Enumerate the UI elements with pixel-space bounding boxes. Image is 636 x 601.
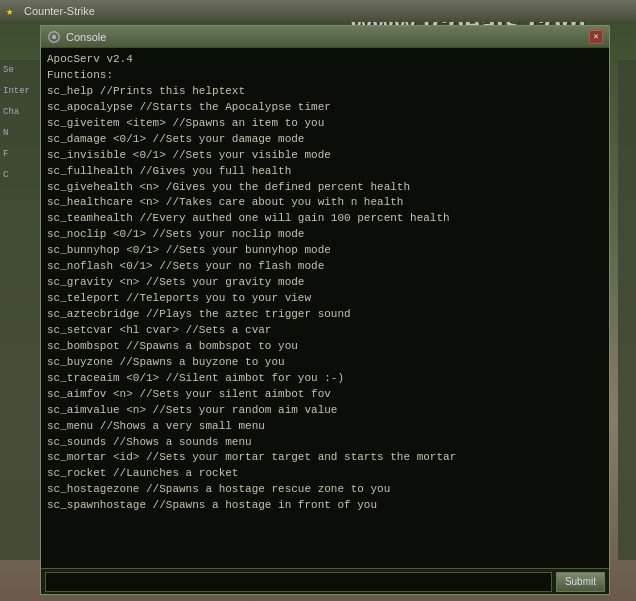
console-line: ApocServ v2.4 (47, 52, 603, 68)
console-line: sc_bunnyhop <0/1> //Sets your bunnyhop m… (47, 243, 603, 259)
console-line: sc_spawnhostage //Spawns a hostage in fr… (47, 498, 603, 514)
console-line: sc_bombspot //Spawns a bombspot to you (47, 339, 603, 355)
cs-icon: ★ (6, 4, 20, 18)
console-line: sc_hostagezone //Spawns a hostage rescue… (47, 482, 603, 498)
console-line: sc_rocket //Launches a rocket (47, 466, 603, 482)
console-line: Functions: (47, 68, 603, 84)
console-title-text: Console (66, 31, 589, 43)
sidebar-label-n: N (3, 128, 8, 138)
console-line: sc_healthcare <n> //Takes care about you… (47, 195, 603, 211)
console-submit-button[interactable]: Submit (556, 572, 605, 592)
console-line: sc_fullhealth //Gives you full health (47, 164, 603, 180)
console-body: ApocServ v2.4Functions:sc_help //Prints … (41, 48, 609, 594)
sidebar-label-inter: Inter (3, 86, 30, 96)
console-text-area[interactable]: ApocServ v2.4Functions:sc_help //Prints … (41, 48, 609, 568)
console-line: sc_gravity <n> //Sets your gravity mode (47, 275, 603, 291)
console-line: sc_menu //Shows a very small menu (47, 419, 603, 435)
console-line: sc_teamhealth //Every authed one will ga… (47, 211, 603, 227)
console-line: sc_aztecbridge //Plays the aztec trigger… (47, 307, 603, 323)
svg-point-1 (52, 34, 56, 38)
right-sidebar (618, 60, 636, 560)
console-line: sc_buyzone //Spawns a buyzone to you (47, 355, 603, 371)
console-window: Console ✕ ApocServ v2.4Functions:sc_help… (40, 25, 610, 595)
console-title-bar: Console ✕ (41, 26, 609, 48)
console-line: sc_givehealth <n> /Gives you the defined… (47, 180, 603, 196)
outer-title-text: Counter-Strike (24, 5, 95, 17)
sidebar-label-se: Se (3, 65, 14, 75)
console-line: sc_aimvalue <n> //Sets your random aim v… (47, 403, 603, 419)
sidebar-label-f: F (3, 149, 8, 159)
outer-title-bar: ★ Counter-Strike (0, 0, 636, 22)
console-line: sc_teleport //Teleports you to your view (47, 291, 603, 307)
console-line: sc_help //Prints this helptext (47, 84, 603, 100)
console-input[interactable] (45, 572, 552, 592)
console-line: sc_sounds //Shows a sounds menu (47, 435, 603, 451)
sidebar-label-c: C (3, 170, 8, 180)
console-line: sc_mortar <id> //Sets your mortar target… (47, 450, 603, 466)
console-line: sc_damage <0/1> //Sets your damage mode (47, 132, 603, 148)
console-line: sc_noflash <0/1> //Sets your no flash mo… (47, 259, 603, 275)
console-line: sc_traceaim <0/1> //Silent aimbot for yo… (47, 371, 603, 387)
console-input-area: Submit (41, 568, 609, 594)
sidebar-label-cha: Cha (3, 107, 19, 117)
steam-icon (47, 30, 61, 44)
console-line: sc_noclip <0/1> //Sets your noclip mode (47, 227, 603, 243)
console-line: sc_giveitem <item> //Spawns an item to y… (47, 116, 603, 132)
console-line: sc_invisible <0/1> //Sets your visible m… (47, 148, 603, 164)
console-line: sc_apocalypse //Starts the Apocalypse ti… (47, 100, 603, 116)
console-line: sc_setcvar <hl cvar> //Sets a cvar (47, 323, 603, 339)
console-close-button[interactable]: ✕ (589, 30, 603, 44)
console-line: sc_aimfov <n> //Sets your silent aimbot … (47, 387, 603, 403)
